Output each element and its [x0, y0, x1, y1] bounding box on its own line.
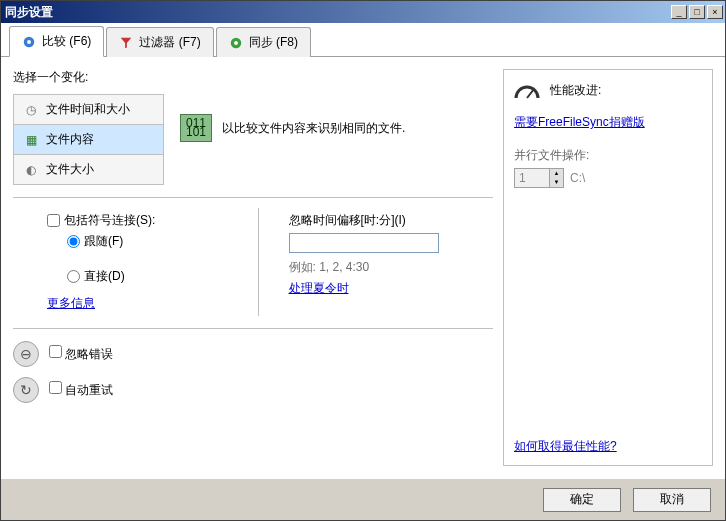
tab-filter-label: 过滤器 (F7) [139, 34, 200, 51]
parallel-path: C:\ [570, 171, 585, 185]
funnel-icon [119, 36, 133, 50]
ignore-errors-label: 忽略错误 [65, 347, 113, 361]
change-description-text: 以比较文件内容来识别相同的文件. [222, 120, 405, 137]
tab-filter[interactable]: 过滤器 (F7) [106, 27, 213, 57]
option-time-size[interactable]: ◷ 文件时间和大小 [14, 95, 164, 125]
symlink-box: 包括符号连接(S): 跟随(F) 直接(D) 更多信息 [13, 208, 259, 316]
ignore-errors-label-row[interactable]: 忽略错误 [49, 345, 113, 363]
cancel-button[interactable]: 取消 [633, 488, 711, 512]
offset-box: 忽略时间偏移[时:分](I) 例如: 1, 2, 4:30 处理夏令时 [273, 208, 494, 316]
ignore-errors-row: ⊖ 忽略错误 [13, 341, 493, 367]
content-area: 选择一个变化: ◷ 文件时间和大小 ▦ 文件内容 ◐ 文件大小 [1, 57, 725, 478]
symlink-radio-group: 跟随(F) 直接(D) [47, 233, 248, 285]
direct-radio-row[interactable]: 直接(D) [67, 268, 248, 285]
spinner-arrows: ▲ ▼ [549, 169, 563, 187]
gear-green-icon [229, 36, 243, 50]
clock-icon: ◷ [24, 103, 38, 117]
svg-point-3 [234, 41, 238, 45]
parallel-ops-label: 并行文件操作: [514, 147, 702, 164]
ignore-errors-checkbox[interactable] [49, 345, 62, 358]
gauge-icon [514, 80, 540, 100]
best-performance-link[interactable]: 如何取得最佳性能? [514, 438, 702, 455]
window-controls: _ □ × [671, 5, 723, 19]
spinner-up[interactable]: ▲ [549, 169, 563, 178]
middle-row: 包括符号连接(S): 跟随(F) 直接(D) 更多信息 [13, 197, 493, 316]
parallel-row: ▲ ▼ C:\ [514, 168, 702, 188]
option-size[interactable]: ◐ 文件大小 [14, 155, 164, 185]
option-content[interactable]: ▦ 文件内容 [14, 125, 164, 155]
follow-label: 跟随(F) [84, 233, 123, 250]
retry-icon: ↻ [13, 377, 39, 403]
minimize-button[interactable]: _ [671, 5, 687, 19]
follow-radio-row[interactable]: 跟随(F) [67, 233, 248, 250]
symlink-checkbox[interactable] [47, 214, 60, 227]
spinner-down[interactable]: ▼ [549, 178, 563, 187]
performance-header: 性能改进: [514, 80, 702, 100]
symlink-check-row[interactable]: 包括符号连接(S): [47, 212, 248, 229]
option-content-label: 文件内容 [46, 131, 94, 148]
binary-small-icon: ▦ [24, 133, 38, 147]
performance-title: 性能改进: [550, 82, 601, 99]
auto-retry-row: ↻ 自动重试 [13, 377, 493, 403]
direct-label: 直接(D) [84, 268, 125, 285]
change-list: ◷ 文件时间和大小 ▦ 文件内容 ◐ 文件大小 [13, 94, 164, 185]
parallel-value-input [515, 169, 549, 187]
change-options-row: ◷ 文件时间和大小 ▦ 文件内容 ◐ 文件大小 011101 [13, 94, 493, 185]
gear-blue-icon [22, 35, 36, 49]
auto-retry-label-row[interactable]: 自动重试 [49, 381, 113, 399]
parallel-spinner[interactable]: ▲ ▼ [514, 168, 564, 188]
maximize-button[interactable]: □ [689, 5, 705, 19]
titlebar: 同步设置 _ □ × [1, 1, 725, 23]
auto-retry-label: 自动重试 [65, 383, 113, 397]
symlink-label: 包括符号连接(S): [64, 212, 155, 229]
tab-sync-label: 同步 (F8) [249, 34, 298, 51]
footer: 确定 取消 [1, 478, 725, 520]
dst-link[interactable]: 处理夏令时 [289, 281, 349, 295]
error-disc-icon: ⊖ [13, 341, 39, 367]
option-size-label: 文件大小 [46, 161, 94, 178]
follow-radio[interactable] [67, 235, 80, 248]
tab-compare[interactable]: 比较 (F6) [9, 26, 104, 57]
close-button[interactable]: × [707, 5, 723, 19]
direct-radio[interactable] [67, 270, 80, 283]
option-time-size-label: 文件时间和大小 [46, 101, 130, 118]
auto-retry-checkbox[interactable] [49, 381, 62, 394]
bottom-options: ⊖ 忽略错误 ↻ 自动重试 [13, 328, 493, 403]
tab-compare-label: 比较 (F6) [42, 33, 91, 50]
size-icon: ◐ [24, 163, 38, 177]
offset-input[interactable] [289, 233, 439, 253]
tabstrip: 比较 (F6) 过滤器 (F7) 同步 (F8) [1, 23, 725, 57]
svg-point-1 [27, 40, 31, 44]
binary-icon: 011101 [180, 114, 212, 142]
right-panel: 性能改进: 需要FreeFileSync捐赠版 并行文件操作: ▲ ▼ C:\ … [503, 69, 713, 466]
choose-change-label: 选择一个变化: [13, 69, 493, 86]
offset-label: 忽略时间偏移[时:分](I) [289, 212, 490, 229]
more-info-link[interactable]: 更多信息 [47, 295, 95, 312]
donation-link[interactable]: 需要FreeFileSync捐赠版 [514, 114, 702, 131]
ok-button[interactable]: 确定 [543, 488, 621, 512]
window-title: 同步设置 [5, 4, 671, 21]
tab-sync[interactable]: 同步 (F8) [216, 27, 311, 57]
svg-line-4 [527, 89, 534, 98]
sync-settings-window: 同步设置 _ □ × 比较 (F6) 过滤器 (F7) 同步 (F8) [0, 0, 726, 521]
left-panel: 选择一个变化: ◷ 文件时间和大小 ▦ 文件内容 ◐ 文件大小 [13, 69, 493, 466]
offset-example: 例如: 1, 2, 4:30 [289, 259, 490, 276]
change-description: 011101 以比较文件内容来识别相同的文件. [180, 94, 405, 142]
